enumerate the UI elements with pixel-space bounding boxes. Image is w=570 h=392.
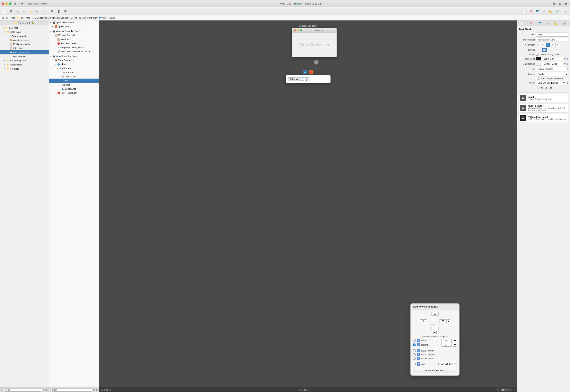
icon-circle[interactable]: ⊙ [545,86,548,90]
scene-filter-input[interactable] [51,388,92,392]
background-swatch[interactable] [536,62,541,66]
scene-label-text-node[interactable]: □ Label [49,83,99,87]
single-line-checkbox[interactable] [536,77,539,80]
scene-add-icon[interactable]: ⊞ [93,389,95,392]
attributes-inspector-btn[interactable]: ≡ [541,9,546,14]
scene-app-scene[interactable]: ▾ 🎬 Application Scene [49,20,99,25]
spacing-top-input[interactable] [431,312,439,316]
text-color-swatch[interactable] [536,57,541,61]
canvas-grid-icon[interactable]: ⊟ [301,389,303,391]
tab-file-inspector[interactable]: 📄 [520,21,525,25]
file-inspector-btn[interactable]: 📄 [522,9,527,14]
disclosure-supporting[interactable]: ▸ [4,59,7,62]
stop-button[interactable]: ■ [20,1,25,6]
height-checkbox[interactable] [413,344,416,346]
breadcrumb-item-vc[interactable]: 📦 View Controller [79,16,97,19]
breadcrumb-item-vc-scene[interactable]: 🎬 View Controller Scene [52,16,77,19]
canvas-resolve-icon[interactable]: ⚙ [307,389,309,391]
scene-constraints-btn[interactable]: ▸ ⊟ Constraints [49,74,99,79]
align-left-btn[interactable]: ≡ [536,43,540,47]
spacing-bottom-select[interactable]: ▾ [433,331,437,334]
scene-entry-point[interactable]: → Storyboard Entry Point [49,45,99,50]
canvas-layout-icon[interactable]: ⊞ [104,389,105,391]
text-color-select[interactable]: Label Color [542,57,566,61]
tree-products[interactable]: ▸ 📁 Products [0,67,49,71]
connections-inspector-btn[interactable]: 🔗 [554,9,560,14]
action-help-icon[interactable]: ⊕ [566,82,568,84]
tree-assets[interactable]: 🎨 Assets.xcassets [0,38,49,42]
icon-document[interactable]: 📄 [534,86,538,90]
issues-button[interactable]: ⚠ [21,9,27,14]
height-value-input[interactable] [441,343,452,347]
canvas-clear-icon[interactable]: ✕ [513,389,515,391]
width-value-input[interactable] [441,339,452,342]
height-select[interactable]: ▾ [453,343,457,347]
text-color-picker-icon[interactable]: ⊕ [566,57,568,60]
nav-icon-git[interactable]: ⎇ [25,21,28,24]
scene-click-me[interactable]: ▾ ⊞ Click Me [49,66,99,70]
tree-info-plist[interactable]: 📋 Info.plist [0,46,49,50]
icon-grid[interactable]: ⊞ [550,86,553,90]
breadcrumb-item-view[interactable]: 🔷 View [98,16,106,19]
nav-icon-search[interactable]: 🔍 [18,21,21,24]
breadcrumb-item-label[interactable]: 🏷 Label [108,16,116,19]
scene-label-node[interactable]: ▾ 🏷 Label [49,79,99,83]
background-select[interactable]: Control Color [542,62,566,66]
scene-wc-scene[interactable]: ▾ 🎬 Window Controller Scene [49,29,99,33]
align-right-btn[interactable]: ≡ [546,43,550,47]
align-checkbox[interactable] [413,363,416,365]
panel-right-toggle[interactable]: ▣ [563,1,568,6]
border-round-btn[interactable]: ◻ [554,48,559,52]
scene-first-responder-vc[interactable]: 🔴 First Responder [49,91,99,95]
placeholder-input[interactable] [536,38,568,42]
breadcrumb-item-storyboard[interactable]: 📖 Main.storyboard [32,16,51,19]
scene-first-responder-wc[interactable]: 🔴 First Responder [49,41,99,45]
width-checkbox[interactable] [413,339,416,342]
tree-hello-mac-root[interactable]: ▾ 📁 Hello_Mac [0,26,49,30]
run-button[interactable]: ▶ [13,1,18,6]
disclosure-hello-mac-group[interactable]: ▾ [4,31,7,33]
spacing-right-input[interactable] [439,319,447,323]
scene-list-icon[interactable]: ≡ [96,389,97,392]
fullscreen-button[interactable] [9,2,12,5]
width-select[interactable]: ▾ [453,339,457,342]
back-button[interactable]: ← [34,9,40,14]
canvas-search-input[interactable] [500,389,513,392]
spacing-right-select[interactable]: ▾ [447,319,450,323]
nav-icon-folder[interactable]: 📁 [14,21,17,24]
library-card-touchbar[interactable]: A NSTouchBar Label NSTouchBar Label - La… [519,114,568,122]
scene-window-controller[interactable]: ▾ 🪟 Window Controller [49,33,99,37]
equal-heights-checkbox[interactable] [413,353,416,356]
library-btn[interactable]: + [563,9,568,14]
tree-viewcontroller-h[interactable]: h ViewController.h [0,55,49,58]
canvas-search-icon[interactable]: 🔍 [497,389,500,391]
nav-group-icon[interactable]: ≡ [46,389,47,392]
view-toggle-3[interactable]: ⊞ [63,9,68,14]
editor-split-toggle[interactable]: ⊞ [558,1,563,6]
disclosure-frameworks[interactable]: ▸ [4,64,7,66]
library-card-label[interactable]: A Label Label - Displays static text. [519,94,568,102]
tree-main-storyboard[interactable]: 📖 Main.storyboard [0,50,49,55]
aspect-ratio-checkbox[interactable] [413,357,416,360]
canvas-zoom-icon[interactable]: ⊞ [299,389,301,391]
add-constraints-button[interactable]: Add 4 Constraints [413,368,457,373]
scene-constraints-label[interactable]: ▸ ⊟ Constraints [49,87,99,91]
border-bezel-btn[interactable]: ▭ [548,48,553,52]
disclosure-products[interactable]: ▸ [4,68,7,70]
scene-vc[interactable]: ▾ 📦 View Controller [49,58,99,62]
border-line-btn[interactable]: ⬜ [542,48,547,52]
layout-select[interactable]: Scrolls [536,72,568,76]
canvas-zoom-out-icon[interactable]: ⊟ [101,389,103,391]
canvas-distribute-icon[interactable]: ⊡ [109,389,111,391]
action-select[interactable]: Sent On End Editing [536,81,566,85]
nav-icon-breakpoints[interactable]: ◆ [29,21,31,24]
border-none-btn[interactable]: □ [536,48,541,52]
tab-size[interactable]: 📐 [554,21,558,25]
tree-entitlements[interactable]: 📋 Entitlements.plist [0,42,49,46]
font-input[interactable] [536,67,566,71]
title-input[interactable] [536,32,568,37]
tab-attributes[interactable]: ≡ [546,21,550,25]
library-card-multiline[interactable]: A Multi-line Label Wrapping Label - Disp… [519,103,568,112]
breadcrumb-item-1[interactable]: 🏠 Hello_Mac [2,16,15,19]
draws-background-checkbox[interactable] [536,53,539,56]
